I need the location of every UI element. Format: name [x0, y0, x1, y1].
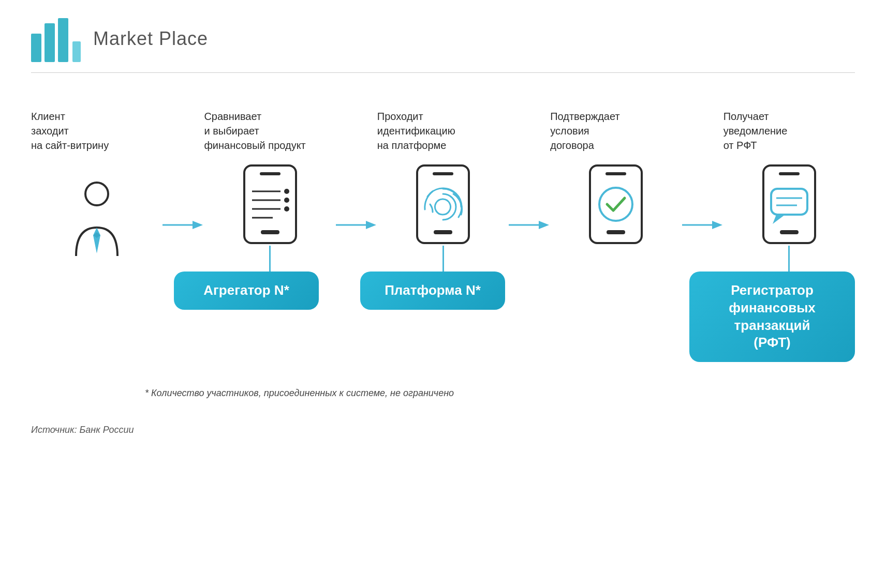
- svg-rect-1: [45, 23, 55, 62]
- logo-icon: [31, 16, 83, 62]
- arrow-4: [682, 203, 723, 231]
- arrow-2: [336, 203, 377, 231]
- page: Market Place Клиент заходит на сайт-витр…: [0, 0, 886, 588]
- arrow-1: [163, 203, 204, 231]
- svg-rect-2: [58, 18, 68, 62]
- source-text: Источник: Банк России: [31, 425, 855, 435]
- step-label-platform: Проходит идентификацию на платформе: [377, 109, 509, 153]
- aggregator-device-icon: [239, 163, 301, 246]
- step-label-confirm: Подтверждает условия договора: [550, 109, 682, 153]
- step-label-aggregator: Сравнивает и выбирает финансовый продукт: [204, 109, 335, 153]
- header: Market Place: [0, 0, 886, 72]
- labels-row: Клиент заходит на сайт-витрину Сравнивае…: [31, 109, 855, 153]
- svg-rect-34: [771, 189, 807, 215]
- svg-rect-18: [261, 230, 279, 234]
- svg-rect-33: [779, 172, 800, 175]
- svg-rect-10: [260, 172, 280, 175]
- rft-badge: Регистратор финансовых транзакций (РФТ): [689, 272, 855, 362]
- svg-point-16: [284, 198, 289, 203]
- svg-point-17: [284, 206, 289, 212]
- arrow-3: [509, 203, 550, 231]
- person-cell: [31, 178, 163, 256]
- notification-device-cell: [723, 163, 855, 272]
- platform-device-cell: [377, 163, 509, 272]
- svg-rect-0: [31, 34, 41, 62]
- platform-badge-cell: Платформа N*: [360, 272, 505, 310]
- aggregator-device-cell: [204, 163, 335, 272]
- aggregator-badge: Агрегатор N*: [174, 272, 319, 310]
- logo-text: Market Place: [93, 28, 208, 50]
- svg-rect-38: [780, 230, 799, 234]
- confirm-device-cell: [550, 163, 682, 272]
- svg-rect-23: [434, 230, 452, 234]
- svg-point-28: [599, 188, 632, 221]
- svg-marker-31: [712, 221, 722, 229]
- diagram: Клиент заходит на сайт-витрину Сравнивае…: [31, 109, 855, 362]
- visuals-row: [31, 163, 855, 272]
- svg-marker-35: [773, 215, 785, 224]
- platform-badge: Платформа N*: [360, 272, 505, 310]
- aggregator-badge-cell: Агрегатор N*: [174, 272, 319, 310]
- main-content: Клиент заходит на сайт-витрину Сравнивае…: [0, 73, 886, 451]
- svg-rect-3: [72, 41, 81, 62]
- svg-rect-22: [433, 172, 453, 175]
- svg-marker-25: [539, 221, 549, 229]
- svg-rect-27: [606, 172, 626, 175]
- svg-point-15: [284, 189, 289, 194]
- rft-badge-cell: Регистратор финансовых транзакций (РФТ): [689, 272, 855, 362]
- notification-device-icon: [758, 163, 820, 246]
- note-text: * Количество участников, присоединенных …: [31, 388, 855, 399]
- step-label-client: Клиент заходит на сайт-витрину: [31, 109, 163, 153]
- badges-row: Агрегатор N* Платформа N*: [31, 272, 855, 362]
- confirm-device-icon: [585, 163, 647, 246]
- person-icon: [66, 178, 128, 256]
- svg-rect-29: [607, 230, 625, 234]
- platform-device-icon: [412, 163, 474, 246]
- svg-marker-5: [93, 228, 100, 253]
- svg-marker-8: [193, 221, 203, 229]
- step-label-notification: Получает уведомление от РФТ: [723, 109, 855, 153]
- svg-point-4: [85, 183, 108, 205]
- svg-marker-20: [366, 221, 376, 229]
